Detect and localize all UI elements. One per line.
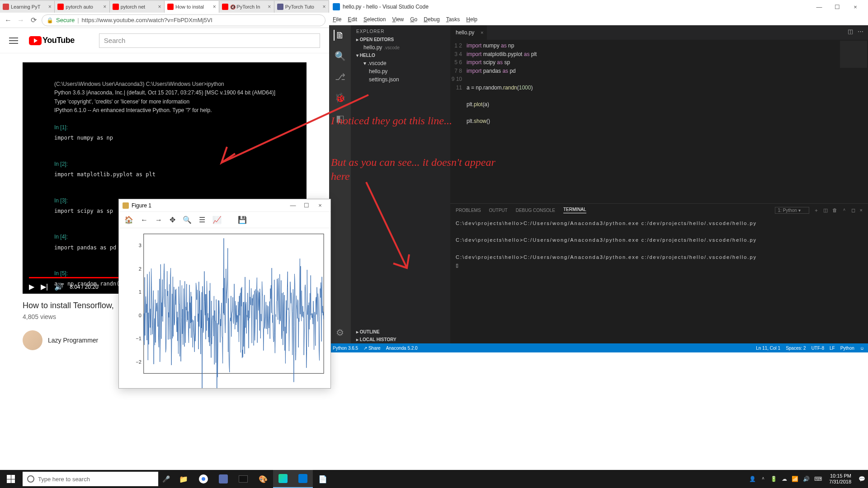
close-icon[interactable]: × xyxy=(102,4,108,9)
source-control-icon[interactable]: ⎇ xyxy=(335,71,345,82)
status-indent[interactable]: Spaces: 2 xyxy=(786,346,806,351)
menu-go[interactable]: Go xyxy=(410,16,417,23)
tab-terminal[interactable]: TERMINAL xyxy=(563,207,586,213)
back-button[interactable]: ← xyxy=(4,16,13,24)
browser-tab[interactable]: 🔇PyTorch In× xyxy=(219,1,274,13)
split-editor-icon[interactable]: ◫ xyxy=(848,28,853,35)
tray-chevron-icon[interactable]: ＾ xyxy=(760,475,766,483)
tree-item[interactable]: ▾ .vscode xyxy=(351,59,450,67)
close-icon[interactable]: × xyxy=(212,4,217,9)
edit-icon[interactable]: 📈 xyxy=(212,216,222,224)
volume-icon[interactable]: 🔊 xyxy=(803,476,810,482)
taskbar-clock[interactable]: 10:15 PM 7/31/2018 xyxy=(826,473,854,485)
chevron-up-icon[interactable]: ＾ xyxy=(842,207,847,214)
code-content[interactable]: import numpy as np import matplotlib.pyp… xyxy=(467,42,868,203)
paint-icon[interactable]: 🎨 xyxy=(253,470,273,488)
local-history-section[interactable]: ▸ LOCAL HISTORY xyxy=(351,336,450,343)
forward-button[interactable]: → xyxy=(16,16,25,24)
people-icon[interactable]: 👤 xyxy=(749,476,756,482)
tree-item[interactable]: settings.json xyxy=(351,75,450,84)
gear-icon[interactable]: ⚙ xyxy=(335,327,345,338)
browser-tab[interactable]: pytorch net× xyxy=(110,1,165,13)
open-editor-item[interactable]: hello.py.vscode xyxy=(351,43,450,52)
mic-icon[interactable]: 🎤 xyxy=(158,475,174,483)
matplotlib-window[interactable]: Figure 1 — ☐ × 🏠 ← → ✥ 🔍 ☰ 📈 💾 3210−1−2 xyxy=(118,199,331,389)
configure-icon[interactable]: ☰ xyxy=(199,216,205,224)
maximize-button[interactable]: ☐ xyxy=(828,4,846,10)
status-encoding[interactable]: UTF-8 xyxy=(811,346,824,351)
new-terminal-icon[interactable]: ＋ xyxy=(814,207,819,214)
zoom-icon[interactable]: 🔍 xyxy=(183,216,192,224)
maximize-button[interactable]: ☐ xyxy=(300,202,313,209)
omnibox[interactable]: 🔒 Secure | https://www.youtube.com/watch… xyxy=(42,14,326,26)
cmd-icon[interactable] xyxy=(233,470,253,488)
minimize-button[interactable]: — xyxy=(286,202,300,209)
next-button[interactable]: ▶| xyxy=(41,282,48,291)
browser-tab[interactable]: PyTorch Tuto× xyxy=(274,1,329,13)
code-editor[interactable]: 1 2 3 4 5 6 7 8 9 10 11 import numpy as … xyxy=(450,40,868,203)
status-cursor[interactable]: Ln 11, Col 1 xyxy=(756,346,780,351)
home-icon[interactable]: 🏠 xyxy=(124,216,133,224)
battery-icon[interactable]: 🔋 xyxy=(770,476,777,482)
close-icon[interactable]: × xyxy=(481,30,483,35)
pan-icon[interactable]: ✥ xyxy=(170,216,175,224)
volume-button[interactable]: 🔊 xyxy=(54,282,63,291)
chrome-icon[interactable] xyxy=(193,470,213,488)
menu-help[interactable]: Help xyxy=(466,16,477,23)
more-icon[interactable]: ⋯ xyxy=(858,28,863,35)
vscode-taskbar-icon[interactable] xyxy=(293,470,313,488)
menu-file[interactable]: File xyxy=(333,16,341,23)
forward-icon[interactable]: → xyxy=(155,216,162,224)
youtube-logo[interactable]: YouTube xyxy=(29,36,75,45)
browser-tab-active[interactable]: How to instal× xyxy=(165,1,219,13)
wifi-icon[interactable]: 📶 xyxy=(792,476,798,482)
split-terminal-icon[interactable]: ◫ xyxy=(823,207,828,213)
notifications-icon[interactable]: 💬 xyxy=(859,476,865,482)
vscode-titlebar[interactable]: hello.py - hello - Visual Studio Code — … xyxy=(329,0,868,14)
menu-debug[interactable]: Debug xyxy=(424,16,439,23)
notepad-icon[interactable]: 📄 xyxy=(313,470,333,488)
status-language[interactable]: Python xyxy=(840,346,854,351)
status-feedback-icon[interactable]: ☺ xyxy=(860,346,864,351)
app-icon[interactable] xyxy=(213,470,233,488)
back-icon[interactable]: ← xyxy=(141,216,148,224)
search-input[interactable]: Search xyxy=(99,33,320,48)
close-panel-icon[interactable]: × xyxy=(860,207,863,213)
onedrive-icon[interactable]: ☁ xyxy=(782,476,787,482)
browser-tab[interactable]: pytorch auto× xyxy=(55,1,109,13)
status-python[interactable]: Python 3.6.5 xyxy=(333,346,358,351)
tree-item[interactable]: hello.py xyxy=(351,67,450,75)
outline-section[interactable]: ▸ OUTLINE xyxy=(351,328,450,336)
editor-tab[interactable]: hello.py× xyxy=(450,25,487,40)
minimap[interactable] xyxy=(840,41,867,68)
debug-icon[interactable]: 🐞 xyxy=(335,92,345,103)
play-button[interactable]: ▶ xyxy=(29,282,34,291)
ime-icon[interactable]: ⌨ xyxy=(814,476,822,482)
menu-view[interactable]: View xyxy=(392,16,404,23)
close-icon[interactable]: × xyxy=(267,4,272,9)
close-icon[interactable]: × xyxy=(321,4,327,9)
reload-button[interactable]: ⟳ xyxy=(29,16,38,24)
minimize-button[interactable]: — xyxy=(810,4,828,10)
status-eol[interactable]: LF xyxy=(830,346,835,351)
close-button[interactable]: × xyxy=(846,4,864,10)
status-share[interactable]: ↗ Share xyxy=(363,346,380,351)
menu-icon[interactable] xyxy=(9,38,18,44)
kill-terminal-icon[interactable]: 🗑 xyxy=(832,207,837,213)
pycharm-icon[interactable] xyxy=(273,470,293,488)
search-icon[interactable]: 🔍 xyxy=(335,51,345,61)
open-editors-section[interactable]: ▸ OPEN EDITORS xyxy=(351,36,450,43)
terminal-output[interactable]: C:\dev\projects\hello>C:/Users/wong/Anac… xyxy=(450,216,868,343)
start-button[interactable] xyxy=(0,470,22,488)
window-titlebar[interactable]: Figure 1 — ☐ × xyxy=(119,199,330,212)
save-icon[interactable]: 💾 xyxy=(238,216,247,224)
file-explorer-icon[interactable]: 📁 xyxy=(174,470,193,488)
status-anaconda[interactable]: Anaconda 5.2.0 xyxy=(386,346,418,351)
menu-tasks[interactable]: Tasks xyxy=(446,16,460,23)
tab-problems[interactable]: PROBLEMS xyxy=(456,208,481,213)
browser-tab[interactable]: Learning PyT× xyxy=(0,1,55,13)
menu-selection[interactable]: Selection xyxy=(363,16,386,23)
tab-debug-console[interactable]: DEBUG CONSOLE xyxy=(516,208,555,213)
close-button[interactable]: × xyxy=(313,202,327,209)
taskbar-search[interactable]: Type here to search xyxy=(23,472,158,486)
